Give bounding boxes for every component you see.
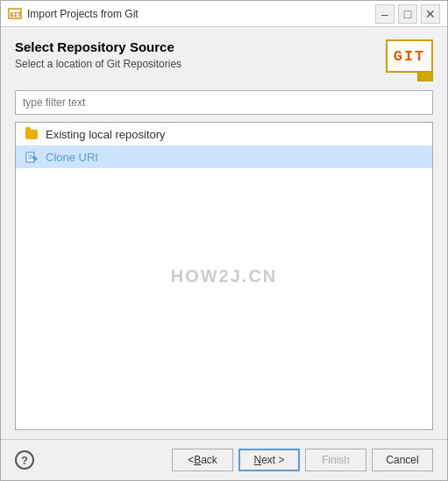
- window-icon: GIT: [8, 7, 22, 21]
- back-button[interactable]: < Back: [172, 449, 233, 471]
- maximize-button[interactable]: □: [398, 4, 417, 24]
- git-logo-cable: [407, 73, 433, 85]
- cancel-button[interactable]: Cancel: [372, 449, 433, 471]
- page-title: Select Repository Source: [15, 39, 377, 54]
- folder-icon: [25, 127, 39, 141]
- help-button[interactable]: ?: [15, 450, 34, 470]
- git-cable-inner: [417, 73, 433, 81]
- back-label-underline: Back: [194, 454, 217, 466]
- repository-list: Existing local repository Clone URI: [15, 122, 433, 430]
- page-subtitle: Select a location of Git Repositories: [15, 58, 377, 70]
- filter-input[interactable]: [15, 90, 433, 115]
- window-title: Import Projects from Git: [27, 8, 375, 20]
- list-item-clone-uri[interactable]: Clone URI: [16, 145, 432, 168]
- minimize-button[interactable]: –: [375, 4, 395, 24]
- import-dialog: GIT Import Projects from Git – □ ✕ Selec…: [0, 0, 448, 481]
- header-row: Select Repository Source Select a locati…: [15, 39, 433, 85]
- git-logo-box: GIT: [386, 39, 433, 73]
- git-logo: GIT: [386, 39, 433, 85]
- dialog-content: Select Repository Source Select a locati…: [1, 27, 447, 430]
- list-item-existing-local[interactable]: Existing local repository: [16, 123, 432, 145]
- close-button[interactable]: ✕: [421, 4, 440, 24]
- window-controls: – □ ✕: [375, 4, 440, 24]
- next-button[interactable]: Next >: [238, 449, 300, 471]
- header-text: Select Repository Source Select a locati…: [15, 39, 377, 70]
- dialog-footer: ? < Back Next > Finish Cancel: [1, 439, 447, 480]
- finish-button: Finish: [305, 449, 366, 471]
- existing-local-label: Existing local repository: [46, 128, 166, 141]
- svg-text:GIT: GIT: [11, 11, 22, 18]
- title-bar: GIT Import Projects from Git – □ ✕: [1, 1, 447, 27]
- watermark: HOW2J.CN: [171, 266, 278, 286]
- clone-uri-label: Clone URI: [46, 151, 98, 164]
- clone-icon: [25, 150, 39, 164]
